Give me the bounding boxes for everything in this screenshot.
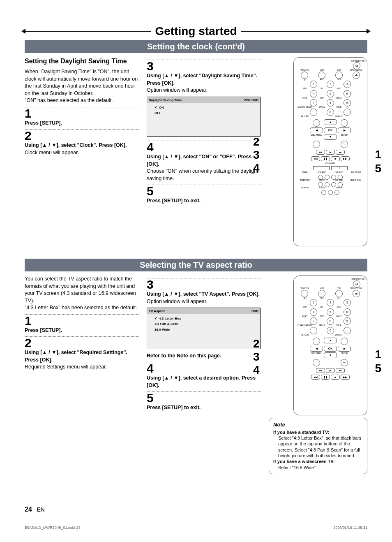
opt-43ps: 4:3 Pan & Scan xyxy=(150,321,257,327)
s2-step2-num: 2 xyxy=(25,337,138,349)
s1-step1-num: 1 xyxy=(25,107,138,120)
btn-play[interactable]: ▶ xyxy=(326,150,335,155)
note-box: Note If you have a standard TV: Select "… xyxy=(269,418,367,474)
s2-step3-text: Using [▲ / ▼], select "TV Aspect". Press… xyxy=(147,291,261,298)
s2-step4-text: Using [▲ / ▼], select a desired option. … xyxy=(147,375,261,389)
nav-pad: ▲ ◀ OK ▶ DISC MENU ▼ SETUP ↪ xyxy=(310,119,351,148)
btn-4[interactable]: 4 xyxy=(310,90,317,97)
s2-col-right: 2 3 4 1 5 STANDBY-ON ⏻ VIDEO/TVVCRDVDOPE… xyxy=(269,276,367,474)
lbl-openclose: OPEN/CLOSE xyxy=(348,69,365,72)
s1-step2-sub: Clock menu will appear. xyxy=(25,150,79,155)
s1-col-left: Setting the Daylight Saving Time When "D… xyxy=(25,57,138,246)
btn-6[interactable]: 6 xyxy=(344,90,351,97)
btn-2[interactable]: 2 xyxy=(327,81,334,88)
remote-control-1: STANDBY-ON ⏻ VIDEO/TV VCR DVD OPEN/CLOSE… xyxy=(293,57,367,246)
section1-columns: Setting the Daylight Saving Time When "D… xyxy=(25,57,367,246)
standby-button[interactable]: ⏻ xyxy=(353,62,360,69)
btn-audio[interactable] xyxy=(328,190,333,195)
s2-step5-num: 5 xyxy=(147,392,261,404)
btn-7[interactable]: 7 xyxy=(310,99,317,107)
btn-dvd[interactable] xyxy=(335,72,343,79)
s1-step3-text: Using [▲ / ▼], select "Daylight Saving T… xyxy=(147,72,261,87)
lbl-dvd: DVD xyxy=(330,69,348,72)
btn-timer[interactable] xyxy=(318,175,323,180)
lbl-vcr: VCR xyxy=(314,69,331,72)
btn-stop[interactable]: ■ xyxy=(331,156,340,161)
btn-display[interactable] xyxy=(341,119,348,127)
s1-step5-text: Press [SETUP] to exit. xyxy=(147,197,261,205)
btn-vcr[interactable] xyxy=(318,72,325,79)
btn-right[interactable]: ▶ xyxy=(338,127,351,133)
btn-up[interactable]: ▲ xyxy=(324,119,337,125)
s1-step1-text: Press [SETUP]. xyxy=(25,120,138,127)
footer-right: 2006/01/18 11:45:31 xyxy=(333,526,367,530)
footer-left: E9A80UD_MWR20V6_01.indd 24 xyxy=(25,526,81,530)
btn-search[interactable] xyxy=(321,190,326,195)
s2-col-mid: 3 Using [▲ / ▼], select "TV Aspect". Pre… xyxy=(147,276,261,474)
deco-line-right xyxy=(241,31,367,32)
btn-slow[interactable] xyxy=(325,182,330,187)
s1-heading: Setting the Daylight Saving Time xyxy=(25,57,138,65)
lbl-videotv: VIDEO/TV xyxy=(296,69,314,72)
opt-43lb: 4:3 Letter Box xyxy=(150,316,257,321)
section-band-1: Setting the clock (cont'd) xyxy=(25,40,367,53)
section2: Selecting the TV aspect ratio You can se… xyxy=(25,259,367,474)
btn-skipfwd[interactable]: ⏭ xyxy=(336,150,345,155)
btn-ok[interactable]: OK xyxy=(324,127,337,133)
btn-5[interactable]: 5 xyxy=(327,90,334,97)
chapter-title: Getting started xyxy=(155,25,237,38)
opt-on: ON xyxy=(150,105,257,110)
s2-step1-num: 1 xyxy=(25,315,138,327)
btn-vcrrec[interactable] xyxy=(325,175,330,180)
s2-step5-text: Press [SETUP] to exit. xyxy=(147,404,261,412)
s1-callouts-left: 2 3 4 xyxy=(253,135,260,175)
btn-setup[interactable]: ↪ xyxy=(341,141,348,148)
btn-8[interactable]: 8 xyxy=(327,99,334,107)
option-box-dst: Daylight Saving Time VCR DVD ON OFF xyxy=(147,97,261,137)
optbox-title: Daylight Saving Time xyxy=(149,98,182,102)
page: Getting started Setting the clock (cont'… xyxy=(0,0,392,491)
note-l2: Select "16:9 Wide". xyxy=(273,465,363,470)
note-l2b: If you have a widescreen TV: xyxy=(273,459,335,464)
btn-ch-up[interactable]: + xyxy=(331,166,348,170)
btn-videotv[interactable] xyxy=(301,72,308,79)
btn-ffwd[interactable]: ▶▶ xyxy=(341,156,350,161)
lbl-discmenu: DISC MENU xyxy=(310,134,323,140)
btn-pause[interactable]: ❚❚ xyxy=(321,156,330,161)
s1-callouts-right: 1 5 xyxy=(375,148,381,175)
btn-ch-down[interactable]: − xyxy=(313,166,330,170)
btn-skipback[interactable]: ⏮ xyxy=(316,150,325,155)
btn-3[interactable]: 3 xyxy=(344,81,351,88)
btn-recmode[interactable] xyxy=(338,175,343,180)
s2-col-left: You can select the TV aspect ratio to ma… xyxy=(25,276,138,474)
s2-step4-num: 4 xyxy=(147,362,261,375)
btn-1[interactable]: 1 xyxy=(310,81,317,88)
btn-rew[interactable]: ◀◀ xyxy=(311,156,320,161)
s1-col-mid: 3 Using [▲ / ▼], select "Daylight Saving… xyxy=(147,57,261,246)
btn-dvdrec[interactable] xyxy=(331,175,336,180)
refer-note: Refer to the Note on this page. xyxy=(147,352,261,360)
btn-9[interactable]: 9 xyxy=(344,99,351,107)
btn-left[interactable]: ◀ xyxy=(310,127,323,133)
btn-down[interactable]: ▼ xyxy=(324,134,337,140)
section2-columns: You can select the TV aspect ratio to ma… xyxy=(25,276,367,474)
standby-button-2[interactable]: ⏻ xyxy=(353,280,360,288)
s1-step4-sub: Choose "ON" when currently utilizing the… xyxy=(147,168,258,181)
s2-intro-text: You can select the TV aspect ratio to ma… xyxy=(25,276,138,312)
option-box-aspect: TV Aspect DVD 4:3 Letter Box 4:3 Pan & S… xyxy=(147,308,261,349)
deco-line-left xyxy=(25,31,151,32)
s1-intro-text: When "Daylight Saving Time" is "ON", the… xyxy=(25,68,138,104)
s2-step3-num: 3 xyxy=(147,278,261,291)
btn-discmenu[interactable] xyxy=(313,141,320,148)
btn-title[interactable] xyxy=(344,109,351,116)
btn-dubbing[interactable] xyxy=(334,190,339,195)
btn-clear[interactable] xyxy=(310,109,317,116)
btn-0[interactable]: 0 xyxy=(327,109,334,116)
btn-return[interactable] xyxy=(313,119,320,127)
optbox2-tags: DVD xyxy=(251,309,258,313)
note-head: Note xyxy=(273,422,363,429)
btn-openclose[interactable]: ⏏ xyxy=(353,72,360,79)
s1-step2-num: 2 xyxy=(25,130,138,142)
opt-169: 16:9 Wide xyxy=(150,327,257,332)
optbox2-title: TV Aspect xyxy=(149,309,165,313)
